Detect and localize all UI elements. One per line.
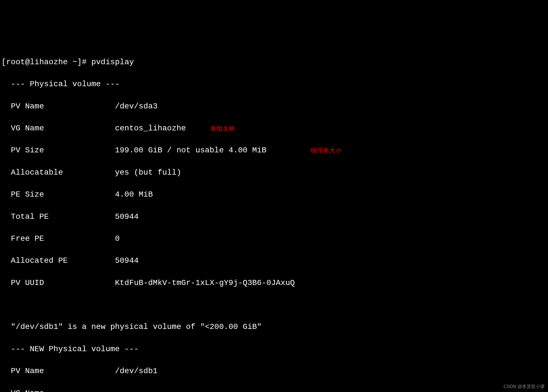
pv-name-label: PV Name <box>1 367 115 375</box>
command-text: pvdisplay <box>91 58 134 66</box>
pv-uuid-label: PV UUID <box>1 279 115 287</box>
pv2-header: --- NEW Physical volume --- <box>1 344 547 355</box>
pv1-name-row: PV Name /dev/sda3 <box>1 101 547 112</box>
allocatable-value: yes (but full) <box>115 168 181 177</box>
pv1-pesize-row: PE Size 4.00 MiB <box>1 189 547 200</box>
vg-name-label: VG Name <box>1 124 115 133</box>
pv1-totalpe-row: Total PE 50944 <box>1 211 547 222</box>
prompt-line[interactable]: [root@lihaozhe ~]# pvdisplay <box>1 57 547 68</box>
pv1-size-row: PV Size 199.00 GiB / not usable 4.00 MiB… <box>1 145 547 156</box>
total-pe-label: Total PE <box>1 212 115 221</box>
total-pe-value: 50944 <box>115 212 139 221</box>
pv2-notice: "/dev/sdb1" is a new physical volume of … <box>1 321 547 332</box>
pv2-name-row: PV Name /dev/sdb1 <box>1 366 547 377</box>
pv-name-value: /dev/sdb1 <box>115 367 157 375</box>
vg-name-label: VG Name <box>1 389 115 392</box>
annotation-pvsize: 物理卷大小 <box>311 146 342 155</box>
pv-name-label: PV Name <box>1 102 115 111</box>
pv1-allocatable-row: Allocatable yes (but full) <box>1 167 547 178</box>
allocated-pe-value: 50944 <box>115 256 139 265</box>
watermark-text: CSDN @李昊哲小课 <box>504 384 545 390</box>
pv1-freepe-row: Free PE 0 <box>1 233 547 244</box>
allocatable-label: Allocatable <box>1 168 115 177</box>
free-pe-value: 0 <box>115 234 120 243</box>
pv-name-value: /dev/sda3 <box>115 102 157 111</box>
pv1-uuid-row: PV UUID KtdFuB-dMkV-tmGr-1xLX-gY9j-Q3B6-… <box>1 277 547 288</box>
terminal-output: [root@lihaozhe ~]# pvdisplay --- Physica… <box>1 46 547 392</box>
vg-name-value: centos_lihaozhe <box>115 124 186 133</box>
shell-prompt: [root@lihaozhe ~]# <box>1 58 91 66</box>
allocated-pe-label: Allocated PE <box>1 256 115 265</box>
pe-size-label: PE Size <box>1 190 115 199</box>
pv-size-label: PV Size <box>1 146 115 155</box>
free-pe-label: Free PE <box>1 234 115 243</box>
pv-size-value: 199.00 GiB / not usable 4.00 MiB <box>115 146 266 155</box>
pv-uuid-value: KtdFuB-dMkV-tmGr-1xLX-gY9j-Q3B6-0JAxuQ <box>115 279 295 287</box>
pv1-vgname-row: VG Name centos_lihaozhe卷组名称 <box>1 123 547 134</box>
annotation-vgname: 卷组名称 <box>210 124 235 133</box>
pv2-vgname-row: VG Name <box>1 388 547 392</box>
blank-line <box>1 299 547 310</box>
pv1-allocpe-row: Allocated PE 50944 <box>1 255 547 266</box>
pe-size-value: 4.00 MiB <box>115 190 153 199</box>
pv1-header: --- Physical volume --- <box>1 79 547 90</box>
